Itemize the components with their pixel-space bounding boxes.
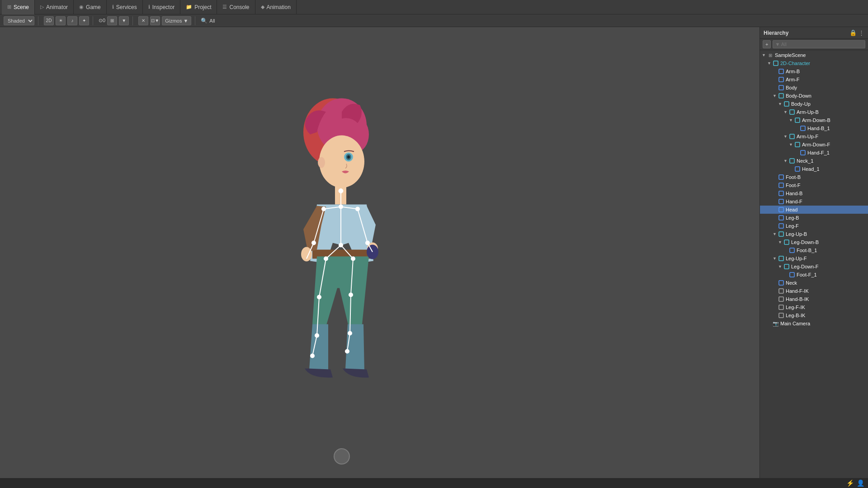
tree-item-foot-b-1[interactable]: Foot-B_1 (760, 246, 868, 254)
shading-select[interactable]: Shaded (4, 16, 34, 25)
fx-toggle-button[interactable]: ✦ (79, 16, 89, 25)
tree-item-leg-f-ik[interactable]: Leg-F-IK (760, 303, 868, 311)
hierarchy-header-icons: 🔒 ⋮ (849, 29, 864, 36)
svg-rect-69 (790, 272, 794, 277)
tree-item-body-up[interactable]: ▼Body-Up (760, 100, 868, 108)
view-dropdown-button[interactable]: ⊡▼ (150, 16, 160, 25)
hierarchy-search-input[interactable] (773, 40, 865, 48)
light-toggle-button[interactable]: ☀ (56, 16, 66, 25)
item-icon-leg-down-b (783, 239, 790, 245)
tree-item-hand-b[interactable]: Hand-B (760, 189, 868, 197)
hierarchy-search-bar: + (760, 39, 868, 50)
item-icon-head-1 (794, 166, 801, 172)
tree-item-arm-b[interactable]: Arm-B (760, 67, 868, 75)
tree-item-leg-f[interactable]: Leg-F (760, 222, 868, 230)
arrow-leg-up-f[interactable]: ▼ (773, 256, 778, 261)
lock-icon[interactable]: 🔒 (849, 29, 857, 36)
tree-item-body-down[interactable]: ▼Body-Down (760, 92, 868, 100)
item-label-hand-b-ik: Hand-B-IK (786, 296, 809, 302)
arrow-arm-up-f[interactable]: ▼ (783, 134, 789, 139)
arrow-neck-1[interactable]: ▼ (783, 159, 789, 163)
tree-item-2d-character[interactable]: ▼2D-Character (760, 59, 868, 67)
add-hierarchy-button[interactable]: + (763, 40, 771, 48)
tab-animation[interactable]: ◆ Animation (255, 0, 297, 14)
item-label-leg-down-f: Leg-Down-F (791, 264, 819, 269)
item-label-leg-b-ik: Leg-B-IK (786, 313, 805, 318)
item-icon-foot-b (778, 174, 784, 180)
item-icon-body-down (778, 93, 784, 99)
tree-item-leg-up-b[interactable]: ▼Leg-Up-B (760, 230, 868, 238)
gizmos-button[interactable]: Gizmos ▼ (162, 16, 191, 25)
tree-item-hand-b-1[interactable]: Hand-B_1 (760, 124, 868, 132)
transform-tool-button[interactable]: ✕ (138, 16, 148, 25)
svg-rect-59 (779, 191, 783, 196)
grid-toggle-button[interactable]: ⊞ (107, 16, 117, 25)
tree-item-main-camera[interactable]: 📷Main Camera (760, 319, 868, 328)
tree-item-foot-b[interactable]: Foot-B (760, 173, 868, 181)
arrow-2d-character[interactable]: ▼ (767, 61, 773, 66)
arrow-leg-down-b[interactable]: ▼ (778, 240, 783, 244)
arrow-sample-scene[interactable]: ▼ (762, 53, 767, 57)
tree-item-foot-f-1[interactable]: Foot-F_1 (760, 271, 868, 279)
item-icon-head (778, 206, 784, 213)
tab-services[interactable]: ℹ Services (107, 0, 143, 14)
item-label-arm-b: Arm-B (786, 69, 800, 74)
tree-item-neck[interactable]: Neck (760, 279, 868, 287)
arrow-leg-up-b[interactable]: ▼ (773, 232, 778, 236)
scene-background (0, 27, 760, 478)
hierarchy-tree: ▼⊞SampleScene▼2D-CharacterArm-BArm-FBody… (760, 50, 868, 478)
gizmos-label: Gizmos (165, 18, 182, 23)
tree-item-sample-scene[interactable]: ▼⊞SampleScene (760, 51, 868, 59)
item-label-arm-up-f: Arm-Up-F (797, 134, 818, 139)
tab-console-label: Console (229, 4, 249, 10)
tree-item-hand-f-1[interactable]: Hand-F_1 (760, 149, 868, 157)
tree-item-hand-b-ik[interactable]: Hand-B-IK (760, 295, 868, 303)
2d-mode-button[interactable]: 2D (44, 16, 54, 25)
item-label-head-1: Head_1 (802, 166, 820, 172)
tree-item-hand-f[interactable]: Hand-F (760, 197, 868, 206)
hierarchy-header: Hierarchy 🔒 ⋮ (760, 27, 868, 39)
tree-item-leg-b-ik[interactable]: Leg-B-IK (760, 311, 868, 319)
more-icon[interactable]: ⋮ (859, 29, 864, 36)
arrow-arm-up-b[interactable]: ▼ (783, 110, 789, 114)
tree-item-foot-f[interactable]: Foot-F (760, 181, 868, 189)
tree-item-leg-b[interactable]: Leg-B (760, 214, 868, 222)
arrow-leg-down-f[interactable]: ▼ (778, 264, 783, 269)
svg-rect-66 (790, 248, 794, 253)
arrow-arm-down-f[interactable]: ▼ (789, 142, 794, 147)
audio-toggle-button[interactable]: ♪ (67, 16, 77, 25)
tab-console[interactable]: ☰ Console (217, 0, 255, 14)
tree-item-arm-down-b[interactable]: ▼Arm-Down-B (760, 116, 868, 124)
notification-icon[interactable]: ⚡ (846, 479, 854, 487)
svg-rect-57 (779, 175, 783, 179)
tree-item-leg-down-f[interactable]: ▼Leg-Down-F (760, 263, 868, 271)
tree-item-neck-1[interactable]: ▼Neck_1 (760, 157, 868, 165)
tree-item-hand-f-ik[interactable]: Hand-F-IK (760, 287, 868, 295)
tree-item-arm-down-f[interactable]: ▼Arm-Down-F (760, 141, 868, 149)
tree-item-head-1[interactable]: Head_1 (760, 165, 868, 173)
arrow-body-up[interactable]: ▼ (778, 102, 783, 106)
tree-item-leg-up-f[interactable]: ▼Leg-Up-F (760, 254, 868, 263)
item-label-sample-scene: SampleScene (775, 52, 806, 58)
tree-item-arm-f[interactable]: Arm-F (760, 75, 868, 84)
arrow-arm-down-b[interactable]: ▼ (789, 118, 794, 122)
tree-item-arm-up-b[interactable]: ▼Arm-Up-B (760, 108, 868, 116)
tree-item-body[interactable]: Body (760, 84, 868, 92)
collab-icon[interactable]: 👤 (857, 479, 864, 487)
tree-item-arm-up-f[interactable]: ▼Arm-Up-F (760, 132, 868, 141)
tree-item-leg-down-b[interactable]: ▼Leg-Down-B (760, 238, 868, 246)
svg-rect-50 (795, 118, 800, 122)
tab-inspector[interactable]: ℹ Inspector (143, 0, 180, 14)
tab-animator[interactable]: ▷ Animator (35, 0, 74, 14)
item-icon-arm-up-f (789, 133, 795, 140)
scene-handle[interactable] (334, 448, 350, 465)
svg-rect-54 (801, 150, 805, 155)
tab-scene[interactable]: ⊞ Scene (2, 0, 35, 14)
tree-item-head[interactable]: Head (760, 206, 868, 214)
item-icon-foot-b-1 (789, 247, 795, 253)
overlay-dropdown-button[interactable]: ▼ (119, 16, 129, 25)
arrow-body-down[interactable]: ▼ (773, 94, 778, 98)
tab-game[interactable]: ◉ Game (74, 0, 107, 14)
scene-view[interactable] (0, 27, 760, 478)
tab-project[interactable]: 📁 Project (180, 0, 217, 14)
